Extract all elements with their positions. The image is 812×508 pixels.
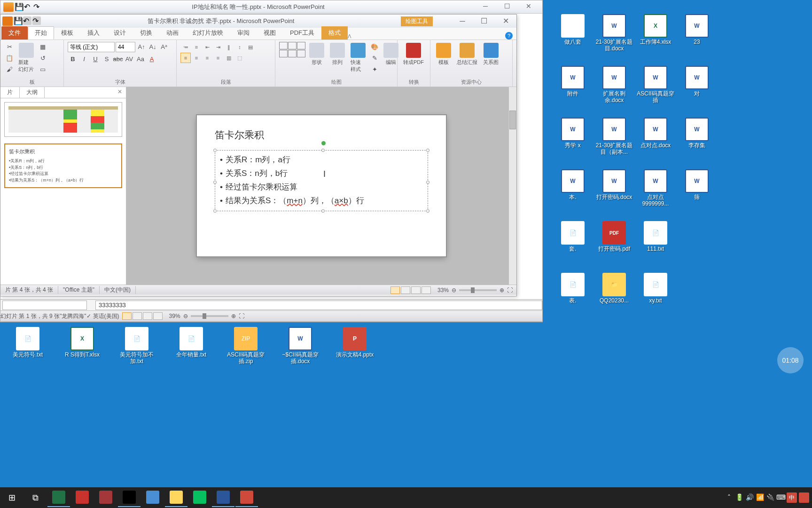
desktop-icon[interactable]: 📄美元符号加不加.txt — [117, 327, 156, 365]
bullets-button[interactable]: ≔ — [180, 42, 191, 52]
normal-view-button[interactable] — [390, 286, 400, 294]
italic-button[interactable]: I — [79, 54, 89, 64]
desktop-icon[interactable]: W点对点9999999... — [636, 169, 675, 207]
shadow-button[interactable]: S — [102, 54, 112, 64]
zoom-out-icon[interactable]: ⊖ — [452, 287, 456, 294]
bg-combo[interactable] — [2, 301, 87, 310]
underline-button[interactable]: U — [90, 54, 101, 64]
desktop-icon[interactable]: W23 — [678, 14, 716, 45]
redo-icon[interactable]: ↷ — [33, 2, 42, 11]
zoom-control[interactable]: 33% ⊖ ⊕ ⛶ — [434, 287, 516, 294]
convert-smartart-button[interactable]: ⬚ — [234, 53, 245, 63]
undo-icon[interactable]: ↶ — [23, 16, 31, 25]
desktop-icon[interactable]: P演示文稿4.pptx — [336, 327, 374, 365]
desktop-icon[interactable]: 必做八套做八套 — [554, 14, 592, 45]
bg-close-button[interactable]: ✕ — [518, 2, 539, 12]
usb-icon[interactable]: 🔌 — [766, 493, 774, 502]
panel-tab-slides[interactable]: 片 — [0, 87, 20, 98]
bg-maximize-button[interactable]: ☐ — [496, 2, 518, 12]
desktop-icon[interactable]: W21-30扩展名题目.docx — [595, 14, 633, 52]
resize-handle-tl[interactable] — [213, 149, 217, 152]
desktop-icon[interactable]: 📄111.txt — [636, 221, 675, 252]
clear-format-icon[interactable]: Aᵃ — [159, 42, 169, 52]
save-icon[interactable]: 💾 — [14, 16, 22, 25]
desktop-icon[interactable]: W对 — [678, 66, 716, 97]
bg-zoom[interactable]: 39% ⊖⊕ ⛶ — [165, 313, 248, 319]
zoom-in-icon[interactable]: ⊕ — [500, 287, 504, 294]
resize-handle-tc[interactable] — [321, 149, 325, 152]
collapse-ribbon-icon[interactable]: ᐱ — [348, 33, 351, 40]
bg-formula-bar[interactable] — [95, 301, 542, 310]
template-button[interactable]: 模板 — [434, 42, 453, 67]
desktop-icon[interactable]: W本. — [554, 169, 592, 200]
shape-gallery[interactable] — [279, 42, 305, 57]
fit-window-icon[interactable]: ⛶ — [507, 287, 513, 294]
desktop-icon[interactable]: W附件 — [554, 66, 592, 97]
ime-lang-icon[interactable]: ⌨ — [776, 493, 785, 502]
align-left-button[interactable]: ≡ — [180, 53, 191, 63]
start-button[interactable]: ⊞ — [0, 487, 23, 508]
desktop-icon[interactable]: 📄xy.txt — [636, 273, 675, 304]
panel-tab-outline[interactable]: 大纲 — [20, 87, 45, 98]
desktop-icon[interactable]: W李存集 — [678, 118, 716, 149]
tab-animation[interactable]: 动画 — [159, 26, 186, 40]
tab-file[interactable]: 文件 — [1, 26, 28, 40]
decrease-font-icon[interactable]: A↓ — [148, 42, 158, 52]
content-textbox[interactable]: •关系R：m列，a行 •关系S：n列，b行 •经过笛卡尔乘积运算 •结果为关系S… — [215, 150, 428, 211]
desktop-icon[interactable]: 📄表. — [554, 273, 592, 304]
shape-fill-icon[interactable]: 🎨 — [369, 42, 380, 52]
undo-icon[interactable]: ↶ — [24, 2, 32, 11]
change-case-button[interactable]: Aa — [135, 54, 146, 64]
tab-design[interactable]: 设计 — [107, 26, 133, 40]
close-button[interactable]: ✕ — [495, 15, 516, 28]
tab-view[interactable]: 视图 — [257, 26, 283, 40]
resize-handle-tr[interactable] — [426, 149, 429, 152]
align-right-button[interactable]: ≡ — [202, 53, 212, 63]
rotate-handle[interactable] — [321, 141, 326, 145]
copy-icon[interactable]: 📋 — [4, 53, 15, 64]
arrange-button[interactable]: 排列 — [328, 42, 347, 67]
decrease-indent-button[interactable]: ⇤ — [202, 42, 212, 52]
taskbar-app-word[interactable] — [212, 488, 234, 507]
sorter-view-button[interactable] — [401, 286, 410, 294]
shapes-button[interactable]: 形状 — [307, 42, 326, 67]
minimize-button[interactable]: ─ — [452, 15, 473, 28]
desktop-icon[interactable]: 📁QQ20230... — [595, 273, 633, 304]
wifi-icon[interactable]: 📶 — [756, 493, 764, 502]
desktop-icon[interactable]: WASCII码真题穿插 — [636, 66, 675, 104]
tab-slideshow[interactable]: 幻灯片放映 — [186, 26, 230, 40]
tab-format[interactable]: 格式 — [321, 26, 348, 40]
panel-close-icon[interactable]: ✕ — [114, 87, 126, 98]
justify-button[interactable]: ≡ — [213, 53, 223, 63]
tab-template[interactable]: 模板 — [54, 26, 80, 40]
desktop-icon[interactable]: ZIPASCII码真题穿插.zip — [226, 327, 265, 365]
desktop-icon[interactable]: W点对点.docx — [636, 118, 675, 149]
tab-pdf[interactable]: PDF工具 — [283, 26, 321, 40]
quickstyle-button[interactable]: 快速样式 — [349, 42, 367, 74]
bg-minimize-button[interactable]: ─ — [475, 2, 496, 12]
resize-handle-ml[interactable] — [213, 181, 217, 184]
desktop-icon[interactable]: W筛 — [678, 169, 716, 200]
view-buttons[interactable] — [388, 286, 434, 294]
new-slide-button[interactable]: 新建 幻灯片 — [16, 42, 36, 74]
slideshow-view-button[interactable] — [422, 286, 431, 294]
line-spacing-button[interactable]: ‖ — [224, 42, 234, 52]
resize-handle-bc[interactable] — [321, 209, 325, 213]
resize-handle-br[interactable] — [426, 209, 429, 213]
redo-icon[interactable]: ↷ — [32, 16, 41, 25]
thumbnail-2[interactable]: 笛卡尔乘积 •关系R：m列，a行 •关系S：n列，b行 •经过笛卡尔乘积运算 •… — [4, 143, 122, 188]
desktop-icon[interactable]: 📄全年销量.txt — [172, 327, 211, 365]
tab-insert[interactable]: 插入 — [80, 26, 107, 40]
desktop-icon[interactable]: W21-30扩展名题目（副本... — [595, 118, 633, 156]
taskbar-app-wps[interactable] — [71, 488, 94, 507]
layout-icon[interactable]: ▦ — [38, 42, 48, 52]
file-menu-bg[interactable] — [3, 2, 14, 12]
tab-transition[interactable]: 切换 — [133, 26, 159, 40]
shape-outline-icon[interactable]: ✎ — [369, 53, 380, 64]
status-language[interactable]: 中文(中国) — [100, 286, 136, 294]
volume-icon[interactable]: 🔊 — [745, 493, 754, 502]
reset-icon[interactable]: ↺ — [38, 53, 48, 64]
desktop-icon[interactable]: W打开密码.docx — [595, 169, 633, 200]
desktop-icon[interactable]: 📄套. — [554, 221, 592, 252]
reading-view-button[interactable] — [411, 286, 421, 294]
